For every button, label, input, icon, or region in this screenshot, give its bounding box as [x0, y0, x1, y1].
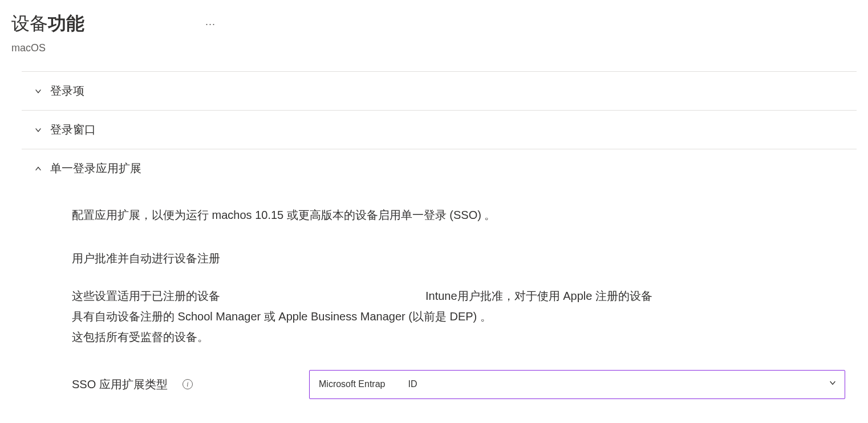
chevron-down-icon — [22, 87, 50, 95]
sso-description: 配置应用扩展，以便为运行 machos 10.15 或更高版本的设备启用单一登录… — [72, 205, 845, 225]
section-sso-extension[interactable]: 单一登录应用扩展 — [22, 149, 857, 188]
sso-type-value-b: ID — [408, 376, 417, 393]
sso-body-line1b: Intune用户批准，对于使用 Apple 注册的设备 — [425, 286, 652, 306]
info-icon[interactable]: i — [182, 379, 193, 389]
chevron-up-icon — [22, 165, 50, 173]
more-icon[interactable]: ··· — [205, 18, 216, 30]
sso-body-line2: 具有自动设备注册的 School Manager 或 Apple Busines… — [72, 306, 845, 327]
page-title: 设备功能 — [11, 11, 84, 36]
sso-type-select[interactable]: Microsoft Entrap ID — [309, 370, 845, 399]
title-light: 设备 — [11, 13, 48, 34]
sso-content: 配置应用扩展，以便为运行 machos 10.15 或更高版本的设备启用单一登录… — [22, 188, 857, 399]
section-label-sso-extension: 单一登录应用扩展 — [50, 161, 141, 176]
sso-body-line3: 这包括所有受监督的设备。 — [72, 327, 845, 347]
sso-type-value-a: Microsoft Entrap — [319, 376, 385, 393]
section-login-items[interactable]: 登录项 — [22, 71, 857, 110]
section-login-window[interactable]: 登录窗口 — [22, 110, 857, 149]
sso-body-line1a: 这些设置适用于已注册的设备 — [72, 286, 425, 306]
chevron-down-icon — [22, 126, 50, 134]
section-label-login-window: 登录窗口 — [50, 122, 96, 137]
page-subtitle: macOS — [11, 42, 857, 54]
sso-type-label: SSO 应用扩展类型 — [72, 374, 175, 394]
sso-subheading: 用户批准并自动进行设备注册 — [72, 248, 845, 269]
sso-type-form-row: SSO 应用扩展类型 i Microsoft Entrap ID — [72, 370, 845, 399]
sso-body: 这些设置适用于已注册的设备 Intune用户批准，对于使用 Apple 注册的设… — [72, 286, 845, 347]
chevron-down-icon — [829, 376, 837, 393]
section-label-login-items: 登录项 — [50, 83, 84, 99]
title-bold: 功能 — [48, 13, 84, 34]
